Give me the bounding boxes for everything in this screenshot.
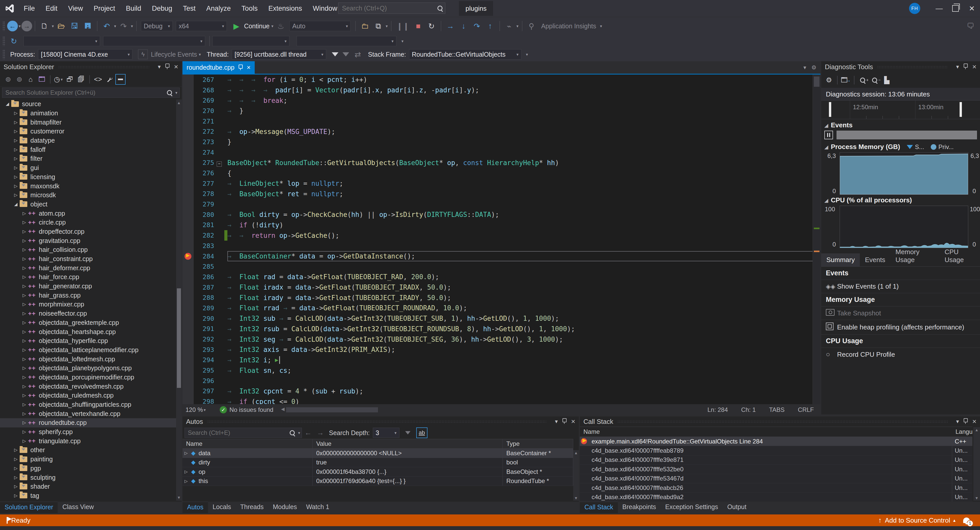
filter-flagged-threads-icon[interactable] bbox=[342, 52, 349, 56]
memory-section-header[interactable]: ◢ Process Memory (GB) S... Priv... bbox=[821, 143, 980, 151]
window-position-dropdown-icon[interactable]: ▾ bbox=[555, 418, 558, 425]
code-line[interactable]: 295→ Float sn, cs; bbox=[183, 365, 821, 376]
close-icon[interactable]: × bbox=[174, 63, 178, 71]
menu-window[interactable]: Window bbox=[307, 0, 342, 17]
call-stack-frame[interactable]: c4d_base.xdl64!00007ffffeabd9a2Un... bbox=[580, 492, 972, 502]
breakpoint-margin[interactable] bbox=[183, 365, 194, 376]
close-icon[interactable]: × bbox=[571, 417, 575, 426]
tree-item-objectdata_planebypolygons-cpp[interactable]: ▷++objectdata_planebypolygons.cpp bbox=[0, 364, 176, 373]
diagnostics-tab-events[interactable]: Events bbox=[860, 253, 891, 266]
scroll-down-icon[interactable]: ▼ bbox=[573, 496, 579, 500]
enable-heap-profiling-link[interactable]: Enable heap profiling (affects performan… bbox=[821, 320, 980, 334]
tree-item-other[interactable]: ▷other bbox=[0, 446, 176, 455]
solution-explorer-header[interactable]: Solution Explorer ▾ × bbox=[0, 61, 182, 72]
code-line-text[interactable]: → if (cpcnt <= 0) bbox=[228, 396, 821, 404]
tree-item-dropeffector-cpp[interactable]: ▷++dropeffector.cpp bbox=[0, 227, 176, 236]
tree-item-objectdata_latticeplanemodifier-cpp[interactable]: ▷++objectdata_latticeplanemodifier.cpp bbox=[0, 345, 176, 355]
breakpoint-margin[interactable] bbox=[183, 282, 194, 293]
autos-filter-icon[interactable] bbox=[405, 431, 410, 435]
diagnostics-tab-memory-usage[interactable]: Memory Usage bbox=[891, 245, 940, 266]
scroll-up-icon[interactable]: ▲ bbox=[573, 450, 579, 455]
breakpoint-margin[interactable] bbox=[183, 158, 194, 168]
lifecycle-events-dropdown-icon[interactable]: ▾ bbox=[199, 52, 201, 57]
breakpoint-margin[interactable] bbox=[183, 230, 194, 240]
tree-item-objectdata_revolvedmesh-cpp[interactable]: ▷++objectdata_revolvedmesh.cpp bbox=[0, 382, 176, 391]
code-line-text[interactable] bbox=[228, 376, 821, 386]
tree-item-circle-cpp[interactable]: ▷++circle.cpp bbox=[0, 218, 176, 227]
code-line[interactable]: 280→ Bool dirty = op->CheckCache(hh) || … bbox=[183, 210, 821, 220]
tree-item-datatype[interactable]: ▷datatype bbox=[0, 136, 176, 145]
breakpoint-margin[interactable] bbox=[183, 303, 194, 314]
variable-value[interactable]: true bbox=[313, 458, 503, 467]
breakpoint-margin[interactable] bbox=[183, 324, 194, 334]
take-snapshot-button[interactable]: Take Snapshot bbox=[821, 306, 980, 320]
call-stack-frame[interactable]: c4d_base.xdl64!00007ffffeab8789Un... bbox=[580, 446, 972, 455]
code-line-text[interactable]: → → → for (i = 0; i < pcnt; i++) bbox=[228, 75, 821, 85]
expand-arrow-icon[interactable]: ▷ bbox=[12, 129, 20, 134]
stack-tab-output[interactable]: Output bbox=[723, 502, 751, 513]
expand-arrow-icon[interactable]: ▷ bbox=[12, 156, 20, 161]
navigate-back-button[interactable]: ← bbox=[7, 21, 18, 31]
refresh-icon[interactable]: ↻ bbox=[10, 35, 18, 47]
breakpoint-margin[interactable] bbox=[183, 396, 194, 404]
zoom-out-icon[interactable]: − bbox=[870, 75, 880, 86]
code-line[interactable]: 279 bbox=[183, 199, 821, 210]
expand-arrow-icon[interactable]: ▷ bbox=[21, 266, 28, 271]
code-line-text[interactable]: → Int32 cpcnt = 4 * (sub + rsub); bbox=[228, 386, 821, 396]
autos-tab-watch-1[interactable]: Watch 1 bbox=[301, 502, 334, 513]
code-line-text[interactable]: → Int32 axis = data->GetInt32(PRIM_AXIS)… bbox=[228, 344, 821, 355]
tree-item-morphmixer-cpp[interactable]: ▷++morphmixer.cpp bbox=[0, 300, 176, 309]
menu-debug[interactable]: Debug bbox=[146, 0, 178, 17]
pin-icon[interactable] bbox=[964, 64, 968, 70]
tree-item-falloff[interactable]: ▷falloff bbox=[0, 145, 176, 154]
autos-search-input[interactable] bbox=[185, 429, 287, 436]
code-line-text[interactable] bbox=[228, 199, 821, 210]
expand-arrow-icon[interactable]: ▷ bbox=[12, 493, 20, 498]
expand-arrow-icon[interactable]: ▷ bbox=[12, 174, 20, 180]
tree-item-noiseeffector-cpp[interactable]: ▷++noiseeffector.cpp bbox=[0, 309, 176, 318]
expand-arrow-icon[interactable]: ▷ bbox=[21, 411, 28, 417]
menu-file[interactable]: File bbox=[18, 0, 40, 17]
scroll-up-icon[interactable]: ▲ bbox=[974, 428, 980, 432]
memory-chart[interactable]: 6,3 6,3 0 0 bbox=[821, 152, 980, 195]
breakpoint-margin[interactable] bbox=[183, 137, 194, 147]
tree-item-maxonsdk[interactable]: ▷maxonsdk bbox=[0, 181, 176, 191]
autos-tab-autos[interactable]: Autos bbox=[183, 502, 208, 513]
minimize-button[interactable]: — bbox=[931, 0, 947, 17]
expand-arrow-icon[interactable]: ▷ bbox=[12, 110, 20, 116]
code-line-text[interactable]: → → → → padr[i] = Vector(padr[i].x, padr… bbox=[228, 85, 821, 95]
expand-arrow-icon[interactable]: ▷ bbox=[21, 302, 28, 307]
code-line[interactable]: 273} bbox=[183, 137, 821, 147]
code-line-text[interactable]: BaseObject* RoundedTube::GetVirtualObjec… bbox=[228, 158, 821, 168]
scroll-down-icon[interactable]: ▼ bbox=[176, 495, 182, 500]
tree-item-objectdata_hyperfile-cpp[interactable]: ▷++objectdata_hyperfile.cpp bbox=[0, 336, 176, 345]
expand-arrow-icon[interactable]: ▷ bbox=[21, 429, 28, 435]
tree-item-painting[interactable]: ▷painting bbox=[0, 455, 176, 464]
code-line[interactable]: 298→ if (cpcnt <= 0) bbox=[183, 396, 821, 404]
memory-legend-snapshot[interactable]: S... bbox=[907, 143, 924, 151]
step-over-button[interactable]: ↷ bbox=[473, 21, 481, 32]
filter-threads-icon[interactable] bbox=[332, 52, 339, 56]
tree-item-hair_deformer-cpp[interactable]: ▷++hair_deformer.cpp bbox=[0, 263, 176, 272]
tree-item-objectdata_heartshape-cpp[interactable]: ▷++objectdata_heartshape.cpp bbox=[0, 327, 176, 336]
code-cleanup-dropdown-icon[interactable]: ▾ bbox=[517, 24, 519, 29]
tree-item-hair_grass-cpp[interactable]: ▷++hair_grass.cpp bbox=[0, 291, 176, 300]
column-header-language[interactable]: Langu bbox=[952, 427, 972, 437]
breakpoint-margin[interactable] bbox=[183, 376, 194, 386]
expand-arrow-icon[interactable]: ▷ bbox=[12, 120, 20, 125]
menu-test[interactable]: Test bbox=[178, 0, 201, 17]
menu-edit[interactable]: Edit bbox=[40, 0, 63, 17]
thread-dropdown[interactable]: [9256] ucrtbase.dll thread▾ bbox=[232, 49, 326, 59]
search-next-icon[interactable]: → bbox=[317, 429, 324, 437]
menu-extensions[interactable]: Extensions bbox=[263, 0, 307, 17]
tree-item-bitmapfilter[interactable]: ▷bitmapfilter bbox=[0, 118, 176, 127]
collapse-arrow-icon[interactable]: ◢ bbox=[12, 202, 20, 207]
tree-item-object[interactable]: ◢object bbox=[0, 200, 176, 209]
breakpoint-margin[interactable]: ▶ bbox=[183, 251, 194, 261]
diagnostics-tab-cpu-usage[interactable]: CPU Usage bbox=[939, 245, 980, 266]
tree-item-roundedtube-cpp[interactable]: ▷++roundedtube.cpp bbox=[0, 418, 176, 427]
code-line[interactable]: 268→ → → → padr[i] = Vector(padr[i].x, p… bbox=[183, 85, 821, 95]
breakpoint-margin[interactable] bbox=[183, 355, 194, 365]
collapse-section-icon[interactable]: ◢ bbox=[824, 122, 828, 128]
breakpoint-margin[interactable] bbox=[183, 189, 194, 199]
